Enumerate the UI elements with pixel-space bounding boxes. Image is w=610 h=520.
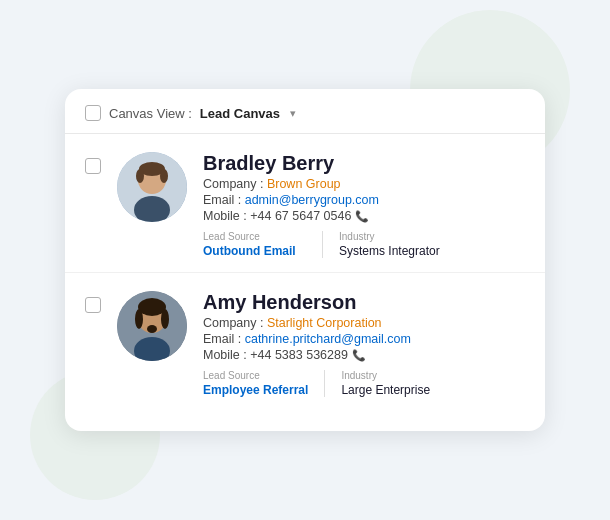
lead-2-email: Email : cathrine.pritchard@gmail.com (203, 332, 525, 346)
lead-2-source-block: Lead Source Employee Referral (203, 370, 325, 397)
lead-1-checkbox[interactable] (85, 158, 101, 174)
canvas-title: Lead Canvas (200, 106, 280, 121)
svg-point-11 (161, 309, 169, 329)
lead-1-source-value: Outbound Email (203, 244, 306, 258)
lead-1-company: Company : Brown Group (203, 177, 525, 191)
lead-2-meta: Lead Source Employee Referral Industry L… (203, 370, 525, 397)
lead-1-meta: Lead Source Outbound Email Industry Syst… (203, 231, 525, 258)
lead-1-industry-label: Industry (339, 231, 459, 242)
lead-2-checkbox[interactable] (85, 297, 101, 313)
header-checkbox[interactable] (85, 105, 101, 121)
lead-2-email-link[interactable]: cathrine.pritchard@gmail.com (245, 332, 411, 346)
lead-2-name: Amy Henderson (203, 291, 525, 314)
canvas-dropdown-arrow[interactable]: ▾ (290, 107, 296, 120)
svg-point-5 (160, 169, 168, 183)
lead-1-mobile: Mobile : +44 67 5647 0546 📞 (203, 209, 525, 223)
lead-2-industry-label: Industry (341, 370, 461, 381)
lead-2-company: Company : Starlight Corporation (203, 316, 525, 330)
card-header: Canvas View : Lead Canvas ▾ (65, 89, 545, 134)
phone-icon-1: 📞 (355, 210, 369, 223)
lead-2-source-label: Lead Source (203, 370, 308, 381)
lead-1-source-block: Lead Source Outbound Email (203, 231, 323, 258)
lead-2-industry-block: Industry Large Enterprise (341, 370, 461, 397)
lead-2-info: Amy Henderson Company : Starlight Corpor… (203, 291, 525, 397)
lead-row: Amy Henderson Company : Starlight Corpor… (65, 273, 545, 411)
lead-2-avatar (117, 291, 187, 361)
lead-1-info: Bradley Berry Company : Brown Group Emai… (203, 152, 525, 258)
lead-1-source-label: Lead Source (203, 231, 306, 242)
lead-2-mobile: Mobile : +44 5383 536289 📞 (203, 348, 525, 362)
lead-1-avatar (117, 152, 187, 222)
main-card: Canvas View : Lead Canvas ▾ Bradley Berr… (65, 89, 545, 431)
canvas-view-label: Canvas View : (109, 106, 192, 121)
phone-icon-2: 📞 (352, 349, 366, 362)
lead-2-source-value: Employee Referral (203, 383, 308, 397)
lead-1-email-link[interactable]: admin@berrygroup.com (245, 193, 379, 207)
lead-1-name: Bradley Berry (203, 152, 525, 175)
svg-point-12 (147, 325, 157, 333)
lead-1-company-value: Brown Group (267, 177, 341, 191)
svg-point-10 (135, 309, 143, 329)
lead-2-industry-value: Large Enterprise (341, 383, 461, 397)
lead-row: Bradley Berry Company : Brown Group Emai… (65, 134, 545, 273)
lead-1-industry-block: Industry Systems Integrator (339, 231, 459, 258)
lead-1-email: Email : admin@berrygroup.com (203, 193, 525, 207)
lead-1-industry-value: Systems Integrator (339, 244, 459, 258)
svg-point-4 (136, 169, 144, 183)
lead-2-company-value: Starlight Corporation (267, 316, 382, 330)
